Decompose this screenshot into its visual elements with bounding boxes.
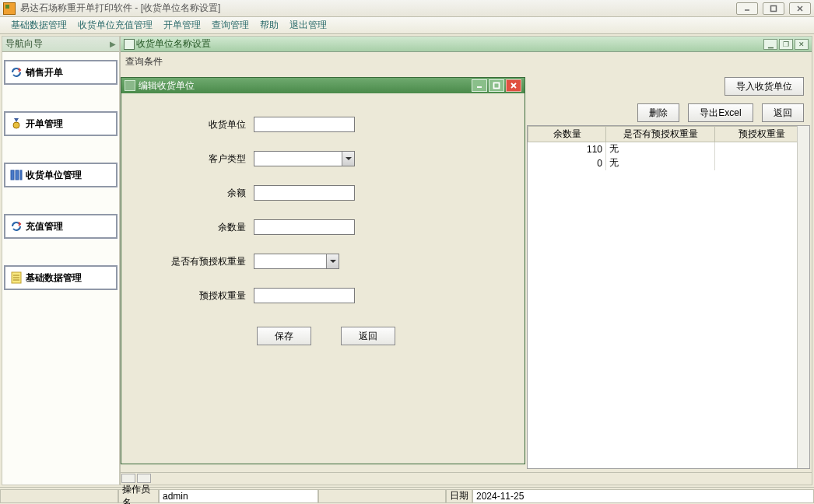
balance-input[interactable] xyxy=(254,185,355,201)
nav-receiver-mgmt[interactable]: 收货单位管理 xyxy=(4,163,118,187)
menu-exit[interactable]: 退出管理 xyxy=(285,17,332,33)
svg-rect-7 xyxy=(20,170,22,180)
query-group-label: 查询条件 xyxy=(125,55,163,68)
svg-rect-6 xyxy=(16,170,19,180)
chevron-right-icon[interactable]: ▶ xyxy=(110,40,116,48)
ctype-select[interactable] xyxy=(254,151,355,166)
menu-basic-data[interactable]: 基础数据管理 xyxy=(6,17,72,33)
back-button[interactable]: 返回 xyxy=(762,103,804,122)
inner-statusbar xyxy=(121,472,812,485)
status-spacer xyxy=(318,489,446,503)
data-grid[interactable]: 余数量 是否有预授权重量 预授权重量 110 无 0 xyxy=(527,125,810,469)
refresh-icon xyxy=(9,65,24,80)
sheet-icon xyxy=(9,270,24,285)
window-icon xyxy=(124,39,135,50)
columns-icon xyxy=(9,167,24,183)
statusbar: 操作员名 admin 日期 2024-11-25 xyxy=(0,487,814,504)
dialog-minimize-button[interactable] xyxy=(472,79,487,92)
cell-qty: 0 xyxy=(528,156,606,170)
nav-recharge-mgmt[interactable]: 充值管理 xyxy=(4,214,118,239)
nav-header-label: 导航向导 xyxy=(5,37,43,51)
status-op-value: admin xyxy=(159,489,318,503)
label-ctype: 客户类型 xyxy=(121,152,254,166)
nav-item-label: 销售开单 xyxy=(26,66,63,79)
svg-rect-5 xyxy=(11,170,14,180)
minimize-button[interactable] xyxy=(736,2,758,15)
cell-qty: 110 xyxy=(528,142,606,156)
table-row[interactable]: 110 无 xyxy=(528,142,809,156)
menubar: 基础数据管理 收货单位充值管理 开单管理 查询管理 帮助 退出管理 xyxy=(0,17,814,34)
label-balance: 余额 xyxy=(121,187,254,200)
app-icon xyxy=(3,2,16,15)
chevron-down-icon xyxy=(342,152,354,166)
nav-order-mgmt[interactable]: 开单管理 xyxy=(4,111,118,136)
vertical-scrollbar[interactable] xyxy=(797,126,809,468)
svg-point-4 xyxy=(13,122,19,128)
dialog-close-button[interactable] xyxy=(506,79,521,92)
nav-header: 导航向导 ▶ xyxy=(2,37,119,52)
cell-preweight xyxy=(715,156,809,170)
edit-receiver-dialog: 编辑收货单位 收货单位 客户类型 余额 余数量 是否有预授权重量 xyxy=(121,77,525,464)
save-button[interactable]: 保存 xyxy=(257,327,311,345)
col-qty[interactable]: 余数量 xyxy=(528,127,606,142)
table-row[interactable]: 0 无 xyxy=(528,156,809,170)
status-blank xyxy=(0,489,118,503)
label-qty: 余数量 xyxy=(121,221,254,234)
status-op-label: 操作员名 xyxy=(118,489,159,503)
preweight-input[interactable] xyxy=(254,288,355,303)
cell-pre: 无 xyxy=(606,142,715,156)
dialog-title-text: 编辑收货单位 xyxy=(139,79,195,93)
nav-sales-order[interactable]: 销售开单 xyxy=(4,60,118,85)
menu-recharge[interactable]: 收货单位充值管理 xyxy=(73,17,157,33)
col-haspre[interactable]: 是否有预授权重量 xyxy=(606,127,715,142)
col-preweight[interactable]: 预授权重量 xyxy=(715,127,809,142)
inner-titlebar: 收货单位名称设置 ▁ ❐ ✕ xyxy=(121,37,812,52)
medal-icon xyxy=(9,116,24,131)
nav-basic-data-mgmt[interactable]: 基础数据管理 xyxy=(4,265,118,290)
main-titlebar: 易达石场称重开单打印软件 - [收货单位名称设置] xyxy=(0,0,814,17)
nav-item-label: 充值管理 xyxy=(26,220,63,233)
status-date-value: 2024-11-25 xyxy=(472,489,814,503)
status-date-label: 日期 xyxy=(446,489,472,503)
menu-query[interactable]: 查询管理 xyxy=(207,17,254,33)
dialog-titlebar[interactable]: 编辑收货单位 xyxy=(121,78,525,93)
cell-pre: 无 xyxy=(606,156,715,170)
qty-input[interactable] xyxy=(254,219,355,235)
nav-pane: 导航向导 ▶ 销售开单 开单管理 收货单位管理 充值管理 基础数据管理 xyxy=(2,36,120,485)
delete-button[interactable]: 删除 xyxy=(637,103,679,122)
nav-item-label: 收货单位管理 xyxy=(26,169,82,182)
label-haspre: 是否有预授权重量 xyxy=(121,255,254,268)
label-unit: 收货单位 xyxy=(121,118,254,131)
nav-item-label: 基础数据管理 xyxy=(26,271,82,285)
close-button[interactable] xyxy=(789,2,811,15)
cell-preweight xyxy=(715,142,809,156)
haspre-select[interactable] xyxy=(254,254,339,269)
nav-item-label: 开单管理 xyxy=(26,117,63,131)
chevron-down-icon xyxy=(326,254,339,268)
maximize-button[interactable] xyxy=(763,2,784,15)
unit-input[interactable] xyxy=(254,117,355,132)
window-icon xyxy=(125,80,135,91)
dialog-back-button[interactable]: 返回 xyxy=(341,327,395,345)
import-button[interactable]: 导入收货单位 xyxy=(725,77,804,96)
export-excel-button[interactable]: 导出Excel xyxy=(688,103,753,122)
inner-minimize-button[interactable]: ▁ xyxy=(763,39,777,50)
menu-order[interactable]: 开单管理 xyxy=(159,17,205,33)
inner-title-text: 收货单位名称设置 xyxy=(136,37,211,51)
window-title: 易达石场称重开单打印软件 - [收货单位名称设置] xyxy=(20,2,736,15)
inner-restore-button[interactable]: ❐ xyxy=(779,39,793,50)
menu-help[interactable]: 帮助 xyxy=(255,17,283,33)
svg-rect-13 xyxy=(494,83,500,89)
inner-close-button[interactable]: ✕ xyxy=(795,39,809,50)
refresh-icon xyxy=(9,219,24,234)
dialog-maximize-button[interactable] xyxy=(489,79,504,92)
svg-rect-1 xyxy=(771,5,777,11)
label-preweight: 预授权重量 xyxy=(121,289,254,303)
